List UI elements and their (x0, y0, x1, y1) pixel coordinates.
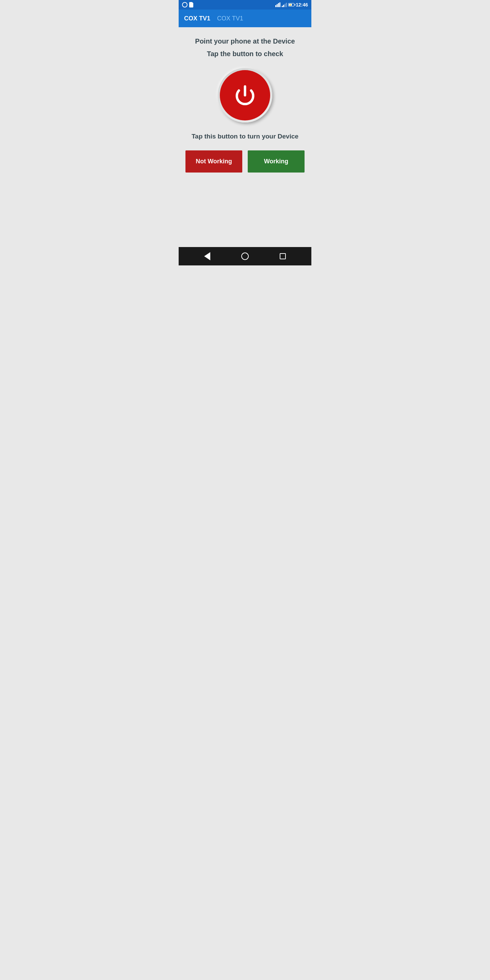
power-button-outer[interactable] (218, 68, 272, 123)
power-button-inner[interactable] (220, 70, 270, 121)
alarm-icon (182, 2, 188, 8)
app-title-sub: COX TV1 (217, 15, 243, 22)
recents-icon (280, 253, 286, 259)
wifi-icon (275, 2, 280, 7)
home-icon (241, 253, 249, 260)
back-button[interactable] (202, 250, 213, 263)
status-bar: ⚡ 12:46 (179, 0, 311, 10)
instruction-line-2: Tap the button to check (207, 50, 283, 58)
tap-instruction: Tap this button to turn your Device (192, 133, 298, 140)
power-button-area[interactable] (218, 68, 272, 123)
battery-icon: ⚡ (288, 3, 294, 6)
power-icon (231, 82, 259, 109)
status-bar-right: ⚡ 12:46 (275, 2, 308, 8)
action-buttons: Not Working Working (185, 150, 305, 172)
signal-icon (282, 2, 287, 7)
app-title-main: COX TV1 (184, 15, 210, 22)
status-bar-left (182, 2, 193, 8)
recents-button[interactable] (277, 250, 288, 262)
sd-icon (189, 2, 193, 8)
app-bar: COX TV1 COX TV1 (179, 10, 311, 27)
back-icon (204, 252, 210, 260)
clock: 12:46 (296, 2, 308, 8)
instruction-line-1: Point your phone at the Device (195, 37, 295, 45)
main-content: Point your phone at the Device Tap the b… (179, 27, 311, 247)
working-button[interactable]: Working (248, 150, 305, 172)
not-working-button[interactable]: Not Working (185, 150, 242, 172)
home-button[interactable] (239, 250, 251, 263)
nav-bar (179, 247, 311, 266)
